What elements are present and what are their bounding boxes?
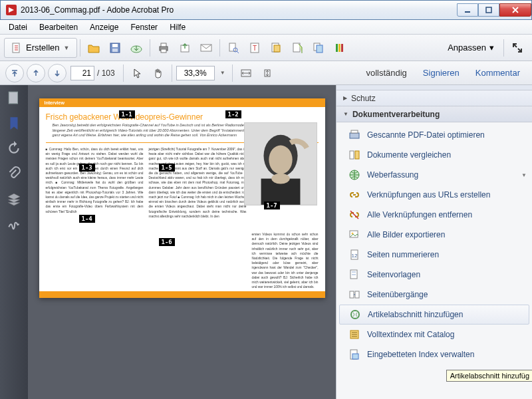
svg-text:T: T bbox=[252, 45, 256, 52]
save-button[interactable] bbox=[105, 38, 125, 58]
tool-item-webcapture[interactable]: Weberfassung▼ bbox=[336, 165, 532, 185]
chevron-down-icon: ▼ bbox=[220, 70, 225, 76]
create-button[interactable]: Erstellen ▼ bbox=[4, 38, 77, 58]
open-button[interactable] bbox=[84, 38, 104, 58]
layers-icon[interactable] bbox=[7, 192, 21, 206]
toolbar-main: Erstellen ▼ T Anpassen ▾ bbox=[0, 35, 532, 61]
tools-link[interactable]: vollständig bbox=[358, 64, 414, 82]
arrow-up-icon bbox=[32, 69, 40, 77]
signatures-icon[interactable] bbox=[7, 217, 21, 231]
tooltip: Artikelabschnitt hinzufüg bbox=[446, 370, 532, 382]
envelope-icon bbox=[200, 43, 213, 53]
cursor-icon bbox=[132, 68, 142, 78]
tool-item-create-links[interactable]: Verknüpfungen aus URLs erstellen bbox=[336, 185, 532, 205]
triangle-down-icon: ▼ bbox=[343, 111, 348, 117]
menu-datei[interactable]: Datei bbox=[3, 21, 33, 33]
sign-link[interactable]: Signieren bbox=[415, 64, 467, 82]
article-marker: 1-1 bbox=[119, 110, 135, 118]
minimize-button[interactable] bbox=[457, 3, 478, 17]
share-icon bbox=[179, 42, 191, 54]
page-article-title: Frisch gebackener Webvideopreis-Gewinner bbox=[39, 107, 325, 123]
document-viewport[interactable]: Interview Frisch gebackener Webvideoprei… bbox=[28, 85, 336, 399]
create-label: Erstellen bbox=[26, 43, 60, 53]
chevron-right-icon: ▼ bbox=[521, 172, 527, 178]
next-page-button[interactable] bbox=[48, 64, 66, 82]
menu-bearbeiten[interactable]: Bearbeiten bbox=[33, 21, 84, 33]
svg-rect-23 bbox=[341, 44, 343, 52]
article-marker: 1-7 bbox=[264, 201, 280, 209]
first-page-button[interactable] bbox=[5, 64, 24, 82]
tool-a-button[interactable] bbox=[266, 38, 286, 58]
svg-rect-35 bbox=[355, 151, 359, 159]
tool-item-optimize-scan[interactable]: Gescannte PDF-Datei optimieren bbox=[336, 125, 532, 145]
email-button[interactable] bbox=[196, 38, 216, 58]
tool-item-page-templates[interactable]: Seitenvorlagen bbox=[336, 265, 532, 285]
tool-item-number-pages[interactable]: 12Seiten nummerieren bbox=[336, 245, 532, 265]
page-tool-icon bbox=[270, 42, 282, 54]
expand-icon bbox=[511, 42, 523, 54]
tool-item-export-images[interactable]: Alle Bilder exportieren bbox=[336, 225, 532, 245]
svg-rect-0 bbox=[465, 11, 470, 13]
insert-page-icon bbox=[291, 42, 303, 54]
fit-width-button[interactable] bbox=[236, 63, 256, 83]
svg-rect-21 bbox=[336, 44, 338, 52]
panel-section-schutz[interactable]: ▶Schutz bbox=[336, 90, 532, 106]
tool-b-button[interactable] bbox=[287, 38, 307, 58]
fit-width-icon bbox=[240, 68, 252, 78]
zoom-dropdown-button[interactable]: ▼ bbox=[217, 63, 229, 83]
tool-item-compare[interactable]: Dokumente vergleichen bbox=[336, 145, 532, 165]
svg-rect-26 bbox=[9, 92, 17, 104]
window-titlebar: 2013-06_Commag.pdf - Adobe Acrobat Pro bbox=[0, 0, 532, 20]
cloud-button[interactable] bbox=[126, 38, 146, 58]
menu-fenster[interactable]: Fenster bbox=[124, 21, 164, 33]
close-button[interactable] bbox=[499, 3, 531, 17]
menu-anzeige[interactable]: Anzeige bbox=[84, 21, 124, 33]
page-number-input[interactable] bbox=[70, 66, 94, 80]
hand-tool-button[interactable] bbox=[148, 63, 168, 83]
svg-point-31 bbox=[271, 174, 289, 184]
fit-page-button[interactable] bbox=[257, 63, 277, 83]
svg-rect-5 bbox=[112, 49, 118, 52]
bookmarks-icon[interactable] bbox=[7, 116, 21, 130]
svg-rect-43 bbox=[352, 274, 356, 275]
tool-item-remove-links[interactable]: Alle Verknüpfungen entfernen bbox=[336, 205, 532, 225]
article-column-3: ersten Videos kommst du schon sehr schon… bbox=[252, 232, 319, 289]
transition-icon bbox=[348, 289, 360, 301]
create-icon bbox=[11, 43, 22, 53]
svg-rect-22 bbox=[338, 44, 340, 52]
cloud-icon bbox=[130, 43, 143, 53]
share-button[interactable] bbox=[175, 38, 195, 58]
triangle-right-icon: ▶ bbox=[343, 95, 347, 101]
thumbnails-icon[interactable] bbox=[7, 90, 21, 105]
menu-bar: Datei Bearbeiten Anzeige Fenster Hilfe bbox=[0, 20, 532, 35]
fit-page-icon bbox=[261, 68, 273, 78]
tool-item-fulltext-index[interactable]: Volltextindex mit Catalog bbox=[336, 325, 532, 344]
svg-rect-9 bbox=[161, 49, 166, 53]
prev-page-button[interactable] bbox=[27, 64, 45, 82]
panel-section-dokv[interactable]: ▼Dokumentverarbeitung bbox=[336, 106, 532, 122]
color-button[interactable] bbox=[330, 38, 350, 58]
print-button[interactable] bbox=[154, 38, 174, 58]
tools-panel: ▶Schutz ▼Dokumentverarbeitung Gescannte … bbox=[336, 85, 532, 399]
article-marker: 1-5 bbox=[159, 164, 175, 172]
maximize-button[interactable] bbox=[478, 3, 499, 17]
menu-hilfe[interactable]: Hilfe bbox=[164, 21, 192, 33]
tool-item-page-transitions[interactable]: Seitenübergänge bbox=[336, 285, 532, 305]
select-tool-button[interactable] bbox=[127, 63, 147, 83]
tool-item-embedded-index[interactable]: Eingebetteten Index verwalten bbox=[336, 344, 532, 364]
ocr-button[interactable]: T bbox=[245, 38, 265, 58]
svg-rect-4 bbox=[112, 44, 118, 47]
refresh-icon[interactable] bbox=[7, 141, 21, 156]
svg-rect-42 bbox=[352, 271, 356, 273]
customize-button[interactable]: Anpassen ▾ bbox=[441, 40, 501, 55]
copy-icon bbox=[313, 42, 325, 54]
attachments-icon[interactable] bbox=[7, 166, 21, 181]
svg-rect-1 bbox=[486, 7, 491, 13]
search-button[interactable] bbox=[223, 38, 243, 58]
tool-item-add-article[interactable]: Artikelabschnitt hinzufügen bbox=[339, 305, 529, 325]
embedded-index-icon bbox=[348, 348, 360, 360]
copy-button[interactable] bbox=[309, 38, 329, 58]
fullscreen-button[interactable] bbox=[507, 38, 527, 58]
zoom-input[interactable] bbox=[176, 66, 215, 80]
comment-link[interactable]: Kommentar bbox=[467, 64, 528, 82]
